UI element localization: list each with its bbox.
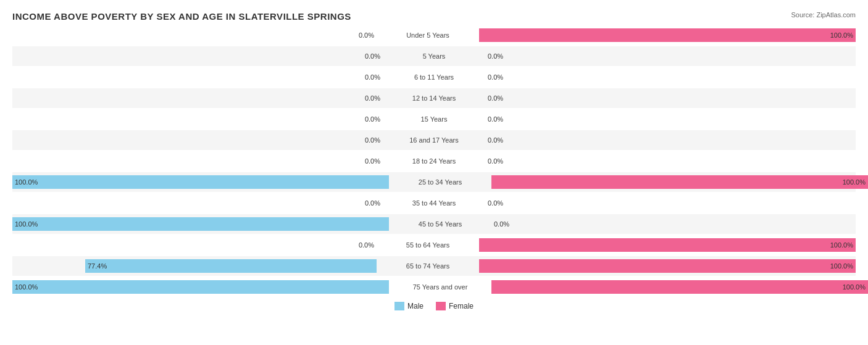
page-container: INCOME ABOVE POVERTY BY SEX AND AGE IN S… [0, 0, 868, 345]
left-section: 0.0% [12, 193, 383, 213]
male-bar: 100.0% [12, 217, 389, 231]
bar-row: 0.0%55 to 64 Years100.0% [12, 235, 856, 255]
right-section: 0.0% [485, 193, 856, 213]
left-section: 0.0% [12, 25, 377, 45]
male-value: 0.0% [365, 73, 380, 81]
left-section: 100.0% [12, 172, 389, 192]
bar-row: 100.0%25 to 34 Years100.0% [12, 172, 856, 192]
age-label: 35 to 44 Years [383, 199, 485, 207]
left-section: 100.0% [12, 277, 389, 297]
male-value: 0.0% [365, 136, 380, 144]
left-section: 0.0% [12, 130, 383, 150]
male-value: 100.0% [15, 283, 38, 291]
left-section: 0.0% [12, 88, 383, 108]
right-section: 0.0% [485, 88, 856, 108]
female-value: 100.0% [843, 178, 866, 186]
male-value: 0.0% [365, 115, 380, 123]
right-section: 100.0% [491, 277, 868, 297]
right-section: 100.0% [479, 25, 856, 45]
male-value: 77.4% [88, 262, 107, 270]
right-section: 100.0% [479, 235, 856, 255]
right-section: 100.0% [479, 256, 856, 276]
legend-female-label: Female [449, 302, 474, 310]
female-value: 100.0% [843, 283, 866, 291]
source-label: Source: ZipAtlas.com [791, 11, 856, 19]
bar-row: 0.0%12 to 14 Years0.0% [12, 88, 856, 108]
male-value: 0.0% [365, 52, 380, 60]
female-value: 0.0% [494, 220, 509, 228]
left-section: 0.0% [12, 151, 383, 171]
right-section: 0.0% [485, 46, 856, 66]
legend-male-label: Male [407, 302, 424, 310]
female-value: 100.0% [830, 241, 853, 249]
female-value: 100.0% [830, 31, 853, 39]
male-bar: 77.4% [85, 259, 377, 273]
left-section: 0.0% [12, 235, 377, 255]
male-bar: 100.0% [12, 280, 389, 294]
female-value: 0.0% [488, 94, 503, 102]
age-label: 5 Years [383, 52, 485, 60]
female-value: 0.0% [488, 199, 503, 207]
female-value: 0.0% [488, 52, 503, 60]
male-value: 0.0% [359, 241, 374, 249]
legend-male-box [394, 302, 404, 310]
bar-row: 0.0%6 to 11 Years0.0% [12, 67, 856, 87]
age-label: 25 to 34 Years [389, 178, 491, 186]
legend: Male Female [12, 302, 856, 310]
bar-row: 0.0%5 Years0.0% [12, 46, 856, 66]
age-label: 18 to 24 Years [383, 157, 485, 165]
left-section: 77.4% [12, 256, 377, 276]
bar-row: 100.0%75 Years and over100.0% [12, 277, 856, 297]
male-value: 0.0% [365, 94, 380, 102]
left-section: 0.0% [12, 46, 383, 66]
chart-title: INCOME ABOVE POVERTY BY SEX AND AGE IN S… [12, 11, 856, 22]
age-label: 75 Years and over [389, 283, 491, 291]
right-section: 0.0% [485, 109, 856, 129]
male-value: 0.0% [365, 199, 380, 207]
legend-female-box [436, 302, 446, 310]
age-label: 12 to 14 Years [383, 94, 485, 102]
right-section: 100.0% [491, 172, 868, 192]
chart-area: 0.0%Under 5 Years100.0%0.0%5 Years0.0%0.… [12, 25, 856, 297]
bar-row: 0.0%Under 5 Years100.0% [12, 25, 856, 45]
female-value: 0.0% [488, 136, 503, 144]
female-value: 0.0% [488, 115, 503, 123]
age-label: 6 to 11 Years [383, 73, 485, 81]
age-label: 16 and 17 Years [383, 136, 485, 144]
age-label: 65 to 74 Years [377, 262, 479, 270]
male-value: 100.0% [15, 178, 38, 186]
male-value: 0.0% [359, 31, 374, 39]
bar-row: 100.0%45 to 54 Years0.0% [12, 214, 856, 234]
female-bar: 100.0% [491, 175, 868, 189]
male-bar: 100.0% [12, 175, 389, 189]
female-bar: 100.0% [491, 280, 868, 294]
legend-female: Female [436, 302, 474, 310]
female-value: 100.0% [830, 262, 853, 270]
age-label: Under 5 Years [377, 31, 479, 39]
age-label: 15 Years [383, 115, 485, 123]
female-bar: 100.0% [479, 259, 856, 273]
female-value: 0.0% [488, 73, 503, 81]
left-section: 0.0% [12, 109, 383, 129]
male-value: 0.0% [365, 157, 380, 165]
female-bar: 100.0% [479, 28, 856, 42]
female-bar: 100.0% [479, 238, 856, 252]
bar-row: 77.4%65 to 74 Years100.0% [12, 256, 856, 276]
female-value: 0.0% [488, 157, 503, 165]
legend-male: Male [394, 302, 424, 310]
male-value: 100.0% [15, 220, 38, 228]
bar-row: 0.0%16 and 17 Years0.0% [12, 130, 856, 150]
age-label: 55 to 64 Years [377, 241, 479, 249]
right-section: 0.0% [485, 151, 856, 171]
bar-row: 0.0%35 to 44 Years0.0% [12, 193, 856, 213]
right-section: 0.0% [485, 67, 856, 87]
age-label: 45 to 54 Years [389, 220, 491, 228]
bar-row: 0.0%15 Years0.0% [12, 109, 856, 129]
right-section: 0.0% [491, 214, 856, 234]
bar-row: 0.0%18 to 24 Years0.0% [12, 151, 856, 171]
left-section: 0.0% [12, 67, 383, 87]
left-section: 100.0% [12, 214, 389, 234]
right-section: 0.0% [485, 130, 856, 150]
